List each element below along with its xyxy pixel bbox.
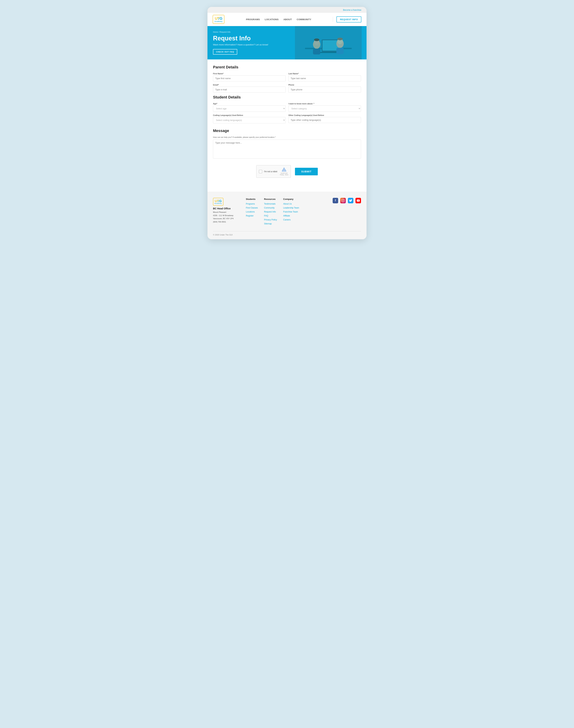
phone-input[interactable] xyxy=(288,87,361,93)
hero-section: Home / Request Info Request Info Want mo… xyxy=(207,26,367,59)
age-group: Age* Select age 5 6 7 8 9 10 11 12 13 14… xyxy=(213,103,286,112)
footer-logo-academy: Academy xyxy=(214,202,222,204)
footer-link-franchise[interactable]: Franchise Team xyxy=(283,211,298,213)
message-textarea[interactable] xyxy=(213,140,361,158)
footer-link-programs[interactable]: Programs xyxy=(246,202,255,205)
footer-address-line3: Vancouver, BC V5Y 1P4 xyxy=(213,217,241,220)
phone-label: Phone xyxy=(288,84,361,86)
parent-name-row: First Name* Last Name* xyxy=(213,73,361,81)
header-request-info-button[interactable]: REQUEST INFO xyxy=(336,16,361,22)
last-name-label: Last Name* xyxy=(288,73,361,75)
footer-link-sitemap[interactable]: Sitemap xyxy=(264,223,272,225)
age-label: Age* xyxy=(213,103,286,105)
top-bar: Become a franchise xyxy=(207,7,367,13)
coding-lang-label: Coding Language(s) Used Before xyxy=(213,114,286,116)
svg-rect-13 xyxy=(295,26,362,59)
footer-col-resources: Resources Testimonials Community Request… xyxy=(264,198,277,226)
coding-lang-group: Coding Language(s) Used Before Select co… xyxy=(213,114,286,123)
footer-link-privacy[interactable]: Privacy Policy xyxy=(264,219,277,221)
footer-logo-utg: UTG xyxy=(215,199,222,202)
footer-link-about-us[interactable]: About Us xyxy=(283,202,292,205)
youtube-icon[interactable] xyxy=(356,198,361,203)
student-age-row: Age* Select age 5 6 7 8 9 10 11 12 13 14… xyxy=(213,103,361,112)
nav-programs[interactable]: PROGRAMS xyxy=(246,18,260,21)
last-name-group: Last Name* xyxy=(288,73,361,81)
logo-wrap: UTG Academy xyxy=(213,15,224,24)
first-name-group: First Name* xyxy=(213,73,286,81)
facebook-icon[interactable]: f xyxy=(333,198,338,203)
recaptcha-checkbox[interactable] xyxy=(259,170,262,173)
other-coding-label: Other Coding Language(s) Used Before xyxy=(288,114,361,116)
parent-details-section: Parent Details First Name* Last Name* Em… xyxy=(207,59,367,129)
last-name-input[interactable] xyxy=(288,75,361,81)
nav-locations[interactable]: LOCATIONS xyxy=(265,18,279,21)
hero-image-bg xyxy=(295,26,362,59)
franchise-link[interactable]: Become a franchise xyxy=(343,9,361,11)
site-footer: UTG Academy BC Head Office Mount Pleasan… xyxy=(207,192,367,239)
footer-copyright: © 2020 Under The GUI xyxy=(213,234,233,236)
footer-brand-name: BC Head Office xyxy=(213,207,241,210)
twitter-svg xyxy=(349,199,352,202)
hero-subtitle: Want more information? Have a question? … xyxy=(213,43,289,46)
footer-col-students-list: Programs Find Classes Locations Register xyxy=(246,202,258,217)
recaptcha-icon xyxy=(282,168,286,172)
first-name-label: First Name* xyxy=(213,73,286,75)
footer-link-find-classes[interactable]: Find Classes xyxy=(246,207,258,209)
nav-about[interactable]: ABOUT xyxy=(283,18,292,21)
footer-col-company-list: About Us Leadership Team Franchise Team … xyxy=(283,202,299,221)
footer-cols: Students Programs Find Classes Locations… xyxy=(246,198,327,226)
email-input[interactable] xyxy=(213,87,286,93)
footer-link-testimonials[interactable]: Testimonials xyxy=(264,202,276,205)
logo-academy: Academy xyxy=(214,20,222,22)
logo-utg: UTG xyxy=(215,16,222,20)
submit-button[interactable]: SUBMIT xyxy=(295,168,318,175)
coding-lang-row: Coding Language(s) Used Before Select co… xyxy=(213,114,361,123)
footer-link-leadership[interactable]: Leadership Team xyxy=(283,207,299,209)
footer-link-locations[interactable]: Locations xyxy=(246,211,255,213)
footer-col-students: Students Programs Find Classes Locations… xyxy=(246,198,258,226)
main-nav: PROGRAMS LOCATIONS ABOUT COMMUNITY xyxy=(228,18,329,21)
footer-link-community[interactable]: Community xyxy=(264,207,275,209)
instagram-svg xyxy=(341,199,344,202)
footer-col-resources-title: Resources xyxy=(264,198,277,200)
svg-point-14 xyxy=(284,170,284,171)
footer-link-register[interactable]: Register xyxy=(246,215,254,217)
faq-button[interactable]: CHECK OUT FAQ xyxy=(213,49,237,55)
phone-group: Phone xyxy=(288,84,361,93)
nav-divider xyxy=(333,17,333,22)
first-name-input[interactable] xyxy=(213,75,286,81)
other-coding-input[interactable] xyxy=(288,117,361,123)
footer-link-affiliate[interactable]: Affiliate xyxy=(283,215,290,217)
message-title: Message xyxy=(213,129,361,133)
student-details-title: Student Details xyxy=(213,95,361,99)
footer-link-faq[interactable]: FAQ xyxy=(264,215,268,217)
site-header: UTG Academy PROGRAMS LOCATIONS ABOUT COM… xyxy=(207,13,367,26)
age-select[interactable]: Select age 5 6 7 8 9 10 11 12 13 14 15 1… xyxy=(213,105,286,112)
want-to-know-label: I want to know more about: * xyxy=(288,103,361,105)
message-section: Message How can we help you? If availabl… xyxy=(207,129,367,162)
instagram-icon[interactable] xyxy=(340,198,346,203)
spacer xyxy=(207,185,367,192)
footer-brand: UTG Academy BC Head Office Mount Pleasan… xyxy=(213,198,241,226)
footer-col-company-title: Company xyxy=(283,198,299,200)
email-label: Email* xyxy=(213,84,286,86)
other-coding-group: Other Coding Language(s) Used Before xyxy=(288,114,361,123)
want-to-know-select[interactable]: Select category Coding Robotics Game Des… xyxy=(288,105,361,112)
footer-col-company: Company About Us Leadership Team Franchi… xyxy=(283,198,299,226)
want-to-know-group: I want to know more about: * Select cate… xyxy=(288,103,361,112)
parent-details-title: Parent Details xyxy=(213,65,361,70)
nav-community[interactable]: COMMUNITY xyxy=(297,18,312,21)
message-help-text: How can we help you? If available, pleas… xyxy=(213,136,361,138)
twitter-icon[interactable] xyxy=(348,198,354,203)
recaptcha-logo-text: reCAPTCHAPrivacy - Terms xyxy=(280,173,288,176)
parent-contact-row: Email* Phone xyxy=(213,84,361,93)
footer-link-request-info[interactable]: Request Info xyxy=(264,211,276,213)
footer-col-resources-list: Testimonials Community Request Info FAQ … xyxy=(264,202,277,225)
footer-link-careers[interactable]: Careers xyxy=(283,219,291,221)
footer-col-students-title: Students xyxy=(246,198,258,200)
footer-logo-box: UTG Academy xyxy=(213,198,223,206)
footer-address-line1: Mount Pleasant xyxy=(213,211,241,214)
hero-image xyxy=(295,26,362,59)
coding-lang-select[interactable]: Select coding language(s) Python JavaScr… xyxy=(213,117,286,123)
footer-address: Mount Pleasant #206 - 111 W Broadway Van… xyxy=(213,211,241,224)
